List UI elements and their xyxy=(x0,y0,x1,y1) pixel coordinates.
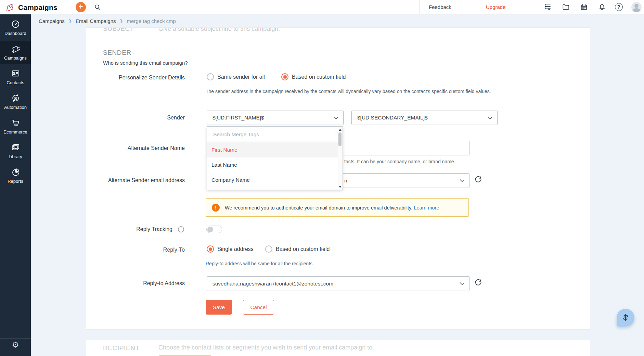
breadcrumb-email-campaigns[interactable]: Email Campaigns xyxy=(76,18,116,24)
sender-description: The sender address in the campaign recei… xyxy=(206,88,495,96)
merge-tag-item-first-name[interactable]: First Name xyxy=(207,142,338,157)
refresh-reply-addresses-icon[interactable] xyxy=(474,278,483,288)
sidebar-item-dashboard[interactable]: Dashboard xyxy=(0,16,31,39)
sender-question: Who is sending this email campaign? xyxy=(103,60,188,66)
divider xyxy=(105,0,105,14)
radio-based-on-custom-field[interactable]: Based on custom field xyxy=(281,73,346,80)
sidebar-item-campaigns[interactable]: Campaigns xyxy=(0,41,31,64)
guide-widget-bubble[interactable] xyxy=(617,309,634,327)
info-icon[interactable] xyxy=(178,226,184,233)
toggle-knob xyxy=(207,227,213,232)
radio-label: Based on custom field xyxy=(276,246,330,252)
campaigns-logo-icon xyxy=(5,2,15,13)
sidebar-item-label: Campaigns xyxy=(4,55,27,61)
calendar-icon[interactable] xyxy=(576,0,591,14)
radio-same-sender[interactable]: Same sender for all xyxy=(207,73,265,80)
contact-card-icon xyxy=(11,69,20,78)
sidebar-item-label: Ecommerce xyxy=(3,129,27,135)
activity-feed-icon[interactable] xyxy=(540,0,555,14)
scrollbar-thumb[interactable] xyxy=(338,132,342,146)
create-new-button[interactable]: + xyxy=(76,2,86,12)
warning-exclamation-icon: ! xyxy=(212,204,220,212)
upgrade-link[interactable]: Upgrade xyxy=(486,0,506,14)
chevron-right-icon: ❯ xyxy=(119,18,123,23)
sidebar-item-label: Library xyxy=(9,154,22,159)
sidebar-item-library[interactable]: Library xyxy=(0,140,31,162)
signpost-icon xyxy=(621,313,630,322)
reply-to-address-dropdown[interactable]: suvedhana.nageshwaran+tcontact1@zohotest… xyxy=(207,276,469,291)
sender-name-dropdown[interactable]: $[UD:FIRST_NAME]$ xyxy=(207,111,344,125)
reply-to-hint: Reply-to address will be same for all th… xyxy=(206,261,314,266)
sender-email-dropdown[interactable]: $[UD:SECONDARY_EMAIL]$ xyxy=(351,111,498,125)
breadcrumb-current-page: merge tag check cmp xyxy=(127,18,176,24)
notifications-bell-icon[interactable] xyxy=(594,0,609,14)
radio-single-address[interactable]: Single address xyxy=(207,245,254,253)
sidebar-item-label: Dashboard xyxy=(4,31,26,36)
search-icon[interactable] xyxy=(94,3,101,11)
radio-label: Based on custom field xyxy=(292,74,346,80)
help-icon[interactable]: ? xyxy=(611,0,626,14)
sender-field-label: Sender xyxy=(86,115,185,121)
user-avatar[interactable] xyxy=(629,0,644,14)
recipient-card: RECIPIENT Choose the contact lists or se… xyxy=(86,340,590,356)
sidebar-item-automation[interactable]: Automation xyxy=(0,90,31,113)
refresh-sender-emails-icon[interactable] xyxy=(474,175,483,185)
alternate-sender-name-hint: tacts. It can be your company name, or b… xyxy=(344,159,455,164)
learn-more-link[interactable]: Learn more xyxy=(414,205,439,211)
chevron-down-icon xyxy=(488,117,492,119)
top-header: Campaigns + Feedback Upgrade xyxy=(0,0,644,14)
divider xyxy=(72,0,72,14)
divider xyxy=(90,0,90,14)
radio-circle[interactable] xyxy=(207,73,214,80)
reply-tracking-label: Reply Tracking xyxy=(86,226,172,232)
chevron-down-icon xyxy=(460,282,464,285)
automation-cycle-icon xyxy=(11,93,20,103)
sidebar-item-ecommerce[interactable]: Ecommerce xyxy=(0,115,31,138)
reply-tracking-toggle[interactable] xyxy=(206,226,222,233)
radio-label: Single address xyxy=(217,246,254,252)
divider xyxy=(0,338,31,339)
radio-circle-selected[interactable] xyxy=(281,73,288,80)
radio-circle-selected[interactable] xyxy=(207,245,214,253)
folder-icon[interactable] xyxy=(558,0,573,14)
divider xyxy=(419,0,420,14)
subject-hint: Give a suitable subject line to this cam… xyxy=(158,27,280,33)
breadcrumb: Campaigns ❯ Email Campaigns ❯ merge tag … xyxy=(39,14,176,27)
sender-name-value: $[UD:FIRST_NAME]$ xyxy=(212,115,264,121)
personalize-sender-label: Personalize Sender Details xyxy=(86,75,185,81)
domain-authentication-warning: ! We recommend you to authenticate your … xyxy=(206,198,469,217)
chevron-right-icon: ❯ xyxy=(68,18,72,23)
radio-label: Same sender for all xyxy=(217,74,265,80)
megaphone-icon xyxy=(11,44,20,53)
alternate-sender-email-label: Alternate Sender email address xyxy=(86,177,185,183)
settings-gear-icon[interactable]: ⚙ xyxy=(0,340,31,349)
pie-chart-icon xyxy=(11,167,20,177)
merge-tag-item-last-name[interactable]: Last Name xyxy=(207,157,338,173)
scroll-up-arrow[interactable] xyxy=(339,129,342,131)
reply-to-address-value: suvedhana.nageshwaran+tcontact1@zohotest… xyxy=(212,281,333,287)
save-button[interactable]: Save xyxy=(206,300,232,315)
app-title: Campaigns xyxy=(18,3,57,12)
chevron-down-icon xyxy=(334,117,338,119)
sender-section-title: SENDER xyxy=(103,49,131,56)
main-sidebar: Dashboard Campaigns Contacts Automation … xyxy=(0,14,31,356)
breadcrumb-campaigns[interactable]: Campaigns xyxy=(39,18,65,24)
recipient-hint: Choose the contact lists or segments you… xyxy=(158,344,374,351)
divider xyxy=(539,0,539,14)
reply-to-label: Reply-To xyxy=(86,247,185,253)
merge-tags-dropdown-panel: First Name Last Name Company Name xyxy=(207,126,343,190)
sidebar-item-contacts[interactable]: Contacts xyxy=(0,66,31,88)
dashboard-gauge-icon xyxy=(11,20,20,29)
scroll-down-arrow[interactable] xyxy=(339,186,342,188)
radio-circle[interactable] xyxy=(265,245,272,253)
cancel-button[interactable]: Cancel xyxy=(243,300,274,315)
merge-tag-item-company-name[interactable]: Company Name xyxy=(207,173,338,188)
shopping-cart-icon xyxy=(11,118,20,127)
sidebar-item-reports[interactable]: Reports xyxy=(0,164,31,187)
sidebar-item-label: Automation xyxy=(4,105,27,110)
sender-card: SUBJECT Give a suitable subject line to … xyxy=(86,27,590,330)
radio-reply-custom-field[interactable]: Based on custom field xyxy=(265,245,330,253)
dropdown-scrollbar[interactable] xyxy=(338,127,342,189)
merge-tags-search-input[interactable] xyxy=(209,128,335,141)
feedback-link[interactable]: Feedback xyxy=(429,0,451,14)
